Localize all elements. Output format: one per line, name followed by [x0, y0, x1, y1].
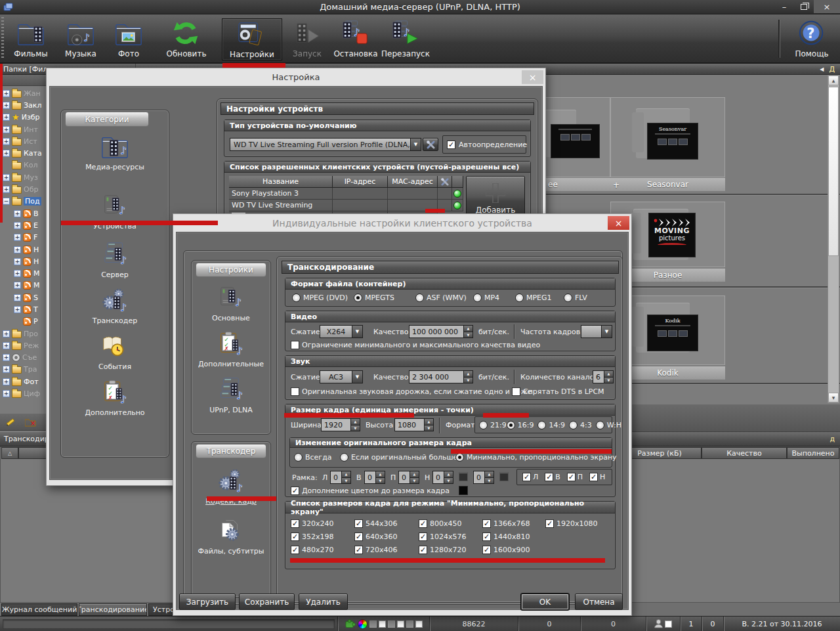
nav-item-upnp[interactable]: UPnP, DLNA	[192, 374, 270, 414]
expander-icon[interactable]: +	[3, 174, 10, 181]
delete-button[interactable]: Удалить	[299, 594, 348, 610]
content-scrollbar[interactable]: ▲ ▼	[828, 75, 839, 403]
queue-pin-icon[interactable]: д	[830, 435, 840, 443]
scrollbar-thumb[interactable]	[828, 87, 839, 256]
collapse-icon[interactable]: ◀	[820, 66, 824, 72]
expander-icon[interactable]: +	[14, 282, 21, 289]
size-checkbox[interactable]: 1280x720	[419, 546, 467, 554]
device-profile-tools-button[interactable]	[423, 138, 438, 151]
audio-bitrate-spinner[interactable]: 2 304 000▲▼	[409, 370, 473, 383]
nav-item-advanced[interactable]: Дополнительные	[192, 328, 270, 368]
edit-icon[interactable]	[5, 417, 16, 427]
border-p-spinner[interactable]: 0▲▼	[398, 471, 419, 484]
minimize-button[interactable]: –	[774, 0, 794, 13]
audio-channels-spinner[interactable]: 6▲▼	[593, 370, 614, 383]
toolbar-item-settings[interactable]: Настройки	[222, 18, 282, 60]
device-row-ip[interactable]	[333, 200, 388, 211]
col-name[interactable]: Название	[229, 176, 333, 188]
remove-folder-icon[interactable]	[25, 417, 36, 427]
expander-icon[interactable]: +	[3, 366, 10, 373]
video-limit-checkbox-row[interactable]: Ограничение минимального и максимального…	[291, 341, 540, 349]
radio-mpeg-dvd[interactable]: MPEG (DVD)	[292, 294, 348, 302]
queue-col-quality[interactable]: Качество	[702, 447, 787, 459]
toolbar-item-stop[interactable]: Остановка	[333, 18, 378, 60]
radio-4-3[interactable]: 4:3	[569, 421, 592, 429]
scroll-up-icon[interactable]: ▲	[828, 76, 839, 85]
check-n[interactable]: Н	[589, 473, 605, 481]
expander-icon[interactable]: −	[3, 198, 10, 205]
size-checkbox[interactable]: 480x270	[291, 546, 334, 554]
video-bitrate-spinner[interactable]: 100 000 000▲▼	[409, 325, 473, 338]
radio-if-larger[interactable]: Если оригинальный больше	[340, 453, 457, 462]
radio-14-9[interactable]: 14:9	[537, 421, 565, 429]
client-dialog-close-button[interactable]: ×	[608, 216, 629, 230]
radio-21-9[interactable]: 21:9	[479, 421, 507, 429]
check-l[interactable]: Л	[522, 473, 538, 481]
device-row-ip[interactable]	[333, 188, 388, 200]
check-p[interactable]: П	[567, 473, 583, 481]
expander-icon[interactable]: +	[3, 90, 10, 97]
radio-always[interactable]: Всегда	[294, 453, 332, 462]
col-ip[interactable]: IP-адрес	[333, 176, 388, 188]
expander-icon[interactable]: +	[14, 306, 21, 313]
cancel-button[interactable]: Отмена	[575, 594, 623, 610]
expander-icon[interactable]: +	[3, 150, 10, 157]
category-server[interactable]: Сервер	[61, 239, 169, 279]
size-checkbox[interactable]: 1920x1080	[545, 519, 598, 528]
expander-icon[interactable]: +	[14, 210, 21, 217]
border-color-swatch[interactable]	[459, 472, 468, 481]
scroll-down-icon[interactable]: ▼	[828, 393, 839, 403]
radio-mpeg1[interactable]: MPEG1	[515, 294, 552, 302]
pad-color-checkbox-row[interactable]: Дополнение цветом до размера кадра	[291, 486, 468, 495]
category-transcoder[interactable]: Транскодер	[61, 285, 169, 325]
expander-icon[interactable]: +	[3, 390, 10, 397]
video-fps-select[interactable]: ▼	[581, 325, 612, 338]
settings-dialog-close-button[interactable]: ×	[522, 70, 543, 84]
tab-message-log[interactable]: Журнал сообщений	[1, 603, 77, 616]
audio-original-checkbox-row[interactable]: Оригинальная звуковая дорожка, если сжат…	[291, 387, 532, 396]
category-media-resources[interactable]: Медиа-ресурсы	[61, 131, 169, 171]
expander-icon[interactable]: +	[3, 342, 10, 349]
radio-mpegts[interactable]: MPEGTS	[354, 294, 394, 302]
expander-icon[interactable]: +	[14, 294, 21, 301]
expander-icon[interactable]: +	[3, 126, 10, 133]
size-checkbox[interactable]: 1440x810	[482, 533, 530, 541]
radio-asf-wmv[interactable]: ASF (WMV)	[415, 294, 467, 302]
size-checkbox[interactable]: 640x360	[354, 533, 398, 541]
queue-sort-header[interactable]: △	[1, 447, 18, 459]
size-checkbox[interactable]: 352x198	[291, 533, 334, 541]
radio-min-proportional[interactable]: Минимально, пропорционально экрану	[455, 453, 617, 462]
pad-color-swatch[interactable]	[459, 486, 468, 495]
border-l-spinner[interactable]: 0▲▼	[330, 471, 351, 484]
audio-dts-checkbox-row[interactable]: Спрятать DTS в LPCM	[512, 387, 604, 396]
device-row-mac[interactable]	[388, 188, 438, 200]
expander-icon[interactable]: +	[3, 330, 10, 337]
border-color-swatch[interactable]	[499, 472, 509, 481]
radio-mp4[interactable]: MP4	[473, 294, 499, 302]
border-extra-spinner[interactable]: 0▲▼	[473, 471, 494, 484]
category-events[interactable]: События	[61, 331, 169, 371]
expander-icon[interactable]: +	[3, 378, 10, 385]
load-button[interactable]: Загрузить	[179, 594, 236, 610]
category-advanced[interactable]: Дополнительно	[61, 377, 169, 417]
col-mac[interactable]: MAC-адрес	[388, 176, 438, 188]
device-row-name[interactable]: WD TV Live Streaming	[229, 200, 333, 211]
expander-icon[interactable]: +	[14, 234, 21, 241]
ok-button[interactable]: OK	[521, 594, 569, 610]
device-profile-select[interactable]: WD TV Live Streaming Full version Profil…	[230, 138, 421, 151]
video-codec-select[interactable]: X264▼	[320, 325, 363, 338]
expander-icon[interactable]: +	[3, 186, 10, 193]
toolbar-item-music[interactable]: Музыка	[60, 18, 101, 60]
expander-icon[interactable]: +	[613, 181, 620, 190]
expander-icon[interactable]: +	[14, 270, 21, 277]
pin-icon[interactable]: Д	[829, 65, 835, 74]
size-checkbox[interactable]: 800x450	[419, 519, 462, 528]
media-folder-item[interactable]: Seasonvar	[610, 97, 725, 177]
toolbar-item-restart[interactable]: Перезапуск	[381, 18, 430, 60]
plugin-icon[interactable]	[345, 619, 356, 629]
tab-transcoding[interactable]: Транскодирование	[79, 603, 147, 616]
radio-flv[interactable]: FLV	[564, 294, 587, 302]
radio-w-h[interactable]: W:H	[596, 421, 621, 429]
nav-item-basic[interactable]: Основные	[192, 282, 270, 322]
restore-button[interactable]	[794, 0, 814, 13]
